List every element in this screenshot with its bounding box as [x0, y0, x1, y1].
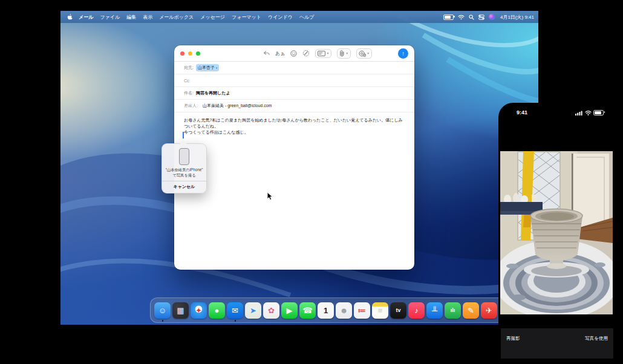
- dock-item-finder[interactable]: ☺: [154, 302, 171, 319]
- numbers-icon: ılı: [451, 308, 455, 313]
- menubar-menu[interactable]: ウインドウ: [268, 14, 293, 21]
- insert-photo-button[interactable]: ▼: [356, 48, 372, 59]
- photo-action-bar: 再撮影 写真を使用: [501, 328, 613, 359]
- menubar-menu[interactable]: メールボックス: [159, 14, 194, 21]
- mac-desktop: メール ファイル編集表示メールボックスメッセージフォーマットウインドウヘルプ 4…: [60, 11, 538, 325]
- mail-compose-window: あぁ ▼ ▼: [174, 45, 414, 270]
- token-chevron-icon: ▾: [216, 67, 217, 70]
- menubar-menu[interactable]: ファイル: [100, 14, 120, 21]
- keynote-icon: ╨: [432, 307, 437, 314]
- dock-item-contacts[interactable]: ☻: [336, 302, 352, 319]
- dock-item-notes[interactable]: ≡: [372, 302, 388, 319]
- menubar-menu[interactable]: 表示: [143, 14, 152, 21]
- mouse-pointer: [267, 192, 274, 204]
- iphone-screen: 9:41: [498, 103, 617, 364]
- apple-menu-icon[interactable]: [67, 14, 73, 20]
- stamp-button[interactable]: [302, 50, 310, 57]
- recipient-token[interactable]: 山本杏子 ▾: [196, 64, 219, 71]
- menu-clock[interactable]: 4月1日(火) 9:41: [500, 14, 534, 21]
- dock-item-music[interactable]: ♪: [408, 302, 425, 319]
- dock-item-messages[interactable]: ●: [209, 302, 225, 319]
- close-window-button[interactable]: [180, 51, 184, 56]
- use-photo-button[interactable]: 写真を使用: [585, 336, 608, 342]
- mail-icon: ✉: [232, 307, 238, 314]
- menubar-menu[interactable]: メッセージ: [200, 14, 225, 21]
- wifi-icon[interactable]: [458, 15, 465, 20]
- text-insertion-caret: [183, 132, 184, 138]
- body-line-1: お母さん元気?私はこの夏また陶芸を始めました!お母さんから教わったこと、だいたい…: [184, 117, 405, 129]
- tv-icon: tv: [396, 308, 400, 313]
- menubar-menu[interactable]: フォーマット: [232, 14, 261, 21]
- facetime-icon: ▶: [287, 307, 293, 314]
- captured-photo-preview: [500, 151, 613, 314]
- calendar-icon: 1: [324, 307, 328, 314]
- format-button[interactable]: あぁ: [275, 50, 285, 57]
- battery-icon: [593, 110, 604, 115]
- dock-item-keynote[interactable]: ╨: [426, 302, 443, 319]
- spotlight-icon[interactable]: [469, 15, 474, 20]
- messages-icon: ●: [215, 307, 220, 314]
- subject-field[interactable]: 件名: 陶芸を再開したよ: [174, 87, 414, 100]
- dock-item-maps[interactable]: ➤: [245, 302, 261, 319]
- zoom-window-button[interactable]: [196, 51, 200, 56]
- emoji-button[interactable]: [290, 50, 297, 57]
- menu-app-name[interactable]: メール: [79, 14, 93, 21]
- dock-item-reminders[interactable]: ≔: [354, 302, 370, 319]
- chevron-down-icon: ▼: [345, 51, 348, 55]
- dock-item-facetime[interactable]: ▶: [281, 302, 298, 319]
- battery-icon[interactable]: [443, 15, 454, 20]
- notes-icon: ≡: [378, 307, 383, 314]
- contacts-icon: ☻: [340, 307, 348, 314]
- dock-item-pages[interactable]: ✎: [463, 302, 479, 319]
- cellular-signal-icon: [575, 107, 583, 118]
- header-fields-button[interactable]: ▼: [315, 49, 331, 58]
- maps-icon: ➤: [250, 307, 256, 314]
- body-line-2: 今つくってる作品はこんな感じ。: [184, 129, 405, 135]
- iphone-status-bar: 9:41: [498, 108, 617, 117]
- subject-value: 陶芸を再開したよ: [196, 90, 230, 96]
- dock-item-calendar[interactable]: 1: [318, 302, 334, 319]
- to-field[interactable]: 宛先: 山本杏子 ▾: [174, 62, 414, 74]
- siri-icon[interactable]: [489, 14, 495, 20]
- screenshot-canvas: メール ファイル編集表示メールボックスメッセージフォーマットウインドウヘルプ 4…: [0, 0, 623, 364]
- iphone-time: 9:41: [517, 109, 527, 115]
- chevron-down-icon: ▼: [367, 51, 370, 55]
- photos-icon: ✿: [268, 307, 275, 314]
- dock-item-photos[interactable]: ✿: [263, 302, 279, 319]
- pages-icon: ✎: [468, 307, 474, 314]
- dock-item-mail[interactable]: ✉: [227, 302, 243, 319]
- menubar-menu[interactable]: ヘルプ: [299, 14, 315, 21]
- message-body[interactable]: お母さん元気?私はこの夏また陶芸を始めました!お母さんから教わったこと、だいたい…: [174, 112, 414, 135]
- menubar-menu[interactable]: 編集: [126, 14, 136, 21]
- rocket-app-icon: ✈: [486, 307, 492, 314]
- send-button[interactable]: ↑: [398, 48, 408, 59]
- launchpad-icon: ▦: [177, 307, 184, 314]
- dock-item-phone[interactable]: ☎: [299, 302, 316, 319]
- cc-label: Cc:: [184, 79, 191, 83]
- dock-item-launchpad[interactable]: ▦: [172, 302, 189, 319]
- music-icon: ♪: [414, 307, 419, 314]
- from-field[interactable]: 差出人: 山本奈緒美 - green_ball@icloud.com: [174, 100, 414, 112]
- to-label: 宛先:: [184, 65, 194, 71]
- cc-field[interactable]: Cc:: [174, 74, 414, 87]
- chevron-down-icon: ▼: [326, 51, 329, 55]
- reminders-icon: ≔: [358, 307, 367, 314]
- dock-item-tv[interactable]: tv: [390, 302, 406, 319]
- phone-icon: ☎: [302, 307, 312, 314]
- dock-item-numbers[interactable]: ılı: [445, 302, 461, 319]
- safari-icon: ✦: [195, 307, 202, 314]
- dock-item-rocket-app[interactable]: ✈: [481, 302, 497, 319]
- minimize-window-button[interactable]: [188, 51, 192, 56]
- attach-button[interactable]: ▼: [337, 48, 351, 59]
- popover-arrow: [180, 140, 187, 144]
- control-center-icon[interactable]: [478, 15, 484, 20]
- popover-device-line: “山本奈緒美のiPhone”: [164, 167, 204, 173]
- popover-action-line: で写真を撮る: [164, 173, 204, 178]
- cancel-button[interactable]: キャンセル: [162, 181, 206, 193]
- from-label: 差出人:: [184, 103, 198, 109]
- iphone-icon: [179, 148, 189, 165]
- dock-item-safari[interactable]: ✦: [191, 302, 207, 319]
- retake-button[interactable]: 再撮影: [506, 336, 520, 342]
- undo-button[interactable]: [263, 51, 270, 56]
- compose-toolbar: あぁ ▼ ▼: [174, 45, 414, 62]
